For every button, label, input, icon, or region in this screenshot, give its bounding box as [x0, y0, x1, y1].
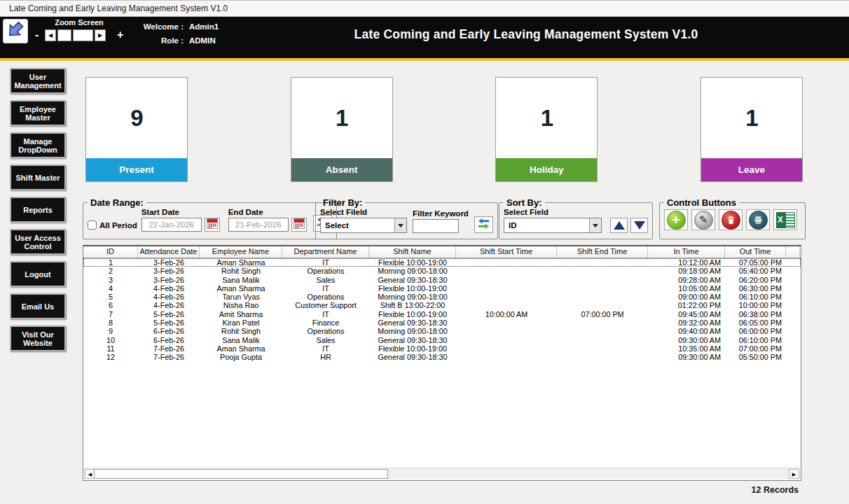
table-row[interactable]: 54-Feb-26Tarun VyasOperationsMorning 09:…: [83, 293, 801, 301]
stat-card-label: Present: [86, 158, 187, 181]
column-header-shift-end-time[interactable]: Shift End Time: [557, 246, 648, 258]
table-cell: 4-Feb-26: [138, 293, 200, 301]
column-header-attendance-date[interactable]: Attendance Date: [138, 246, 200, 258]
table-row[interactable]: 75-Feb-26Amit SharmaITFlexible 10:00-19:…: [83, 310, 801, 318]
scrollbar-thumb[interactable]: [94, 469, 388, 479]
zoom-in-button[interactable]: +: [117, 29, 123, 41]
sidebar-item-email-us[interactable]: Email Us: [10, 293, 66, 319]
triangle-down-icon: [634, 221, 645, 230]
table-cell: 09:45:00 AM: [648, 310, 725, 318]
table-row[interactable]: 33-Feb-26Sana MalikSalesGeneral 09:30-18…: [83, 276, 801, 284]
table-cell: Sana Malik: [200, 336, 282, 344]
excel-icon: X: [776, 212, 795, 228]
scroll-right-arrow-icon[interactable]: ▶: [789, 469, 799, 479]
table-cell: IT: [282, 258, 369, 267]
table-cell: Sales: [282, 276, 369, 284]
column-header-out-time[interactable]: Out Time: [725, 246, 786, 258]
start-date-input[interactable]: [142, 218, 202, 232]
sidebar-item-employee-master[interactable]: Employee Master: [10, 100, 66, 126]
table-cell: 5: [83, 293, 138, 301]
chevron-down-icon[interactable]: [394, 218, 406, 232]
table-cell: [557, 293, 648, 301]
table-row[interactable]: 96-Feb-26Rohit SinghOperationsMorning 09…: [83, 327, 801, 335]
table-cell: 06:00:00 PM: [725, 327, 786, 335]
zoom-slider-track[interactable]: [73, 29, 93, 41]
table-row[interactable]: 117-Feb-26Aman SharmaITFlexible 10:00-19…: [83, 344, 801, 353]
sort-descending-button[interactable]: [630, 218, 648, 233]
date-range-panel: Date Range: All Period Start Date: [83, 197, 337, 239]
table-cell: HR: [282, 353, 369, 361]
table-cell: 05:40:00 PM: [725, 267, 786, 275]
table-cell: 06:10:00 PM: [725, 336, 786, 344]
table-row[interactable]: 64-Feb-26Nisha RaoCustomer SupportShift …: [83, 301, 801, 309]
table-row[interactable]: 23-Feb-26Rohit SinghOperationsMorning 09…: [83, 267, 801, 275]
end-date-input[interactable]: [228, 218, 289, 232]
sidebar-item-reports[interactable]: Reports: [10, 197, 66, 223]
delete-button[interactable]: [719, 209, 743, 230]
calendar-icon: [207, 218, 218, 231]
filter-field-value: Select: [321, 218, 394, 232]
all-period-option[interactable]: All Period: [88, 220, 137, 230]
zoom-out-button[interactable]: -: [35, 29, 39, 41]
table-cell: 7-Feb-26: [138, 353, 200, 361]
table-cell: 05:50:00 PM: [725, 353, 786, 361]
table-row[interactable]: 106-Feb-26Sana MalikSalesGeneral 09:30-1…: [83, 336, 801, 344]
sort-ascending-button[interactable]: [610, 218, 628, 233]
user-info: Welcome : Admin1 Role : ADMIN: [132, 22, 219, 50]
column-header-spacer[interactable]: [786, 246, 800, 258]
table-cell: 4: [83, 284, 138, 293]
stat-card-label: Holiday: [496, 158, 597, 181]
sidebar-item-shift-master[interactable]: Shift Master: [10, 164, 66, 190]
zoom-slider-thumb[interactable]: [57, 29, 71, 41]
table-cell: 7: [83, 310, 138, 318]
table-cell: [557, 276, 648, 284]
app-logo-button[interactable]: [3, 19, 28, 43]
filter-field-dropdown[interactable]: Select: [320, 218, 407, 233]
table-cell: 10:12:00 AM: [648, 258, 725, 267]
table-cell: 06:20:00 PM: [725, 276, 786, 284]
table-row[interactable]: 85-Feb-26Kiran PatelFinanceGeneral 09:30…: [83, 318, 801, 327]
stat-card-label: Absent: [291, 158, 392, 181]
table-row[interactable]: 127-Feb-26Pooja GuptaHRGeneral 09:30-18:…: [83, 353, 801, 361]
edit-button[interactable]: ✎: [691, 209, 715, 230]
column-header-employee-name[interactable]: Employee Name: [200, 246, 282, 258]
table-cell: [557, 267, 648, 275]
column-header-shift-name[interactable]: Shift Name: [369, 246, 456, 258]
export-excel-button[interactable]: X: [773, 209, 797, 230]
control-buttons-legend: Control Buttons: [664, 197, 739, 208]
sidebar-item-visit-our-website[interactable]: Visit Our Website: [10, 326, 66, 351]
table-cell: Operations: [282, 327, 369, 335]
table-row[interactable]: 44-Feb-26Aman SharmaITFlexible 10:00-19:…: [83, 284, 801, 293]
sidebar-item-manage-dropdown[interactable]: Manage DropDown: [10, 132, 66, 158]
column-header-shift-start-time[interactable]: Shift Start Time: [456, 246, 557, 258]
sidebar-item-user-access-control[interactable]: User Access Control: [10, 229, 66, 255]
chevron-down-icon[interactable]: [589, 218, 601, 232]
table-cell: 10:00:00 AM: [456, 310, 557, 318]
zoom-slider-right-arrow-icon[interactable]: ▶: [95, 29, 106, 41]
start-date-calendar-button[interactable]: [205, 218, 220, 232]
table-cell: 06:38:00 PM: [725, 310, 786, 318]
zoom-slider[interactable]: ◀ ▶: [45, 29, 106, 41]
welcome-value: Admin1: [189, 22, 219, 31]
sidebar-item-user-management[interactable]: User Management: [10, 68, 66, 94]
table-cell: 07:05:00 PM: [725, 258, 786, 267]
sidebar: User ManagementEmployee MasterManage Dro…: [10, 68, 66, 351]
sort-legend: Sort By:: [504, 197, 545, 208]
zoom-slider-left-arrow-icon[interactable]: ◀: [45, 29, 56, 41]
sort-field-dropdown[interactable]: ID: [504, 218, 602, 233]
column-header-department-name[interactable]: Department Name: [282, 246, 369, 258]
sidebar-item-logout[interactable]: Logout: [10, 261, 66, 287]
print-button[interactable]: [746, 209, 770, 230]
all-period-checkbox[interactable]: [88, 220, 97, 230]
column-header-id[interactable]: ID: [83, 246, 138, 258]
end-date-calendar-button[interactable]: [291, 218, 307, 232]
table-cell: Aman Sharma: [200, 258, 282, 267]
table-row[interactable]: 13-Feb-26Aman SharmaITFlexible 10:00-19:…: [83, 258, 801, 267]
horizontal-scrollbar[interactable]: ◀ ▶: [84, 468, 800, 479]
filter-refresh-button[interactable]: [474, 216, 493, 233]
filter-keyword-input[interactable]: [413, 219, 459, 233]
column-header-in-time[interactable]: In Time: [648, 246, 725, 258]
table-cell: Aman Sharma: [200, 344, 282, 353]
sort-field-value: ID: [504, 218, 589, 232]
add-button[interactable]: +: [664, 209, 688, 230]
